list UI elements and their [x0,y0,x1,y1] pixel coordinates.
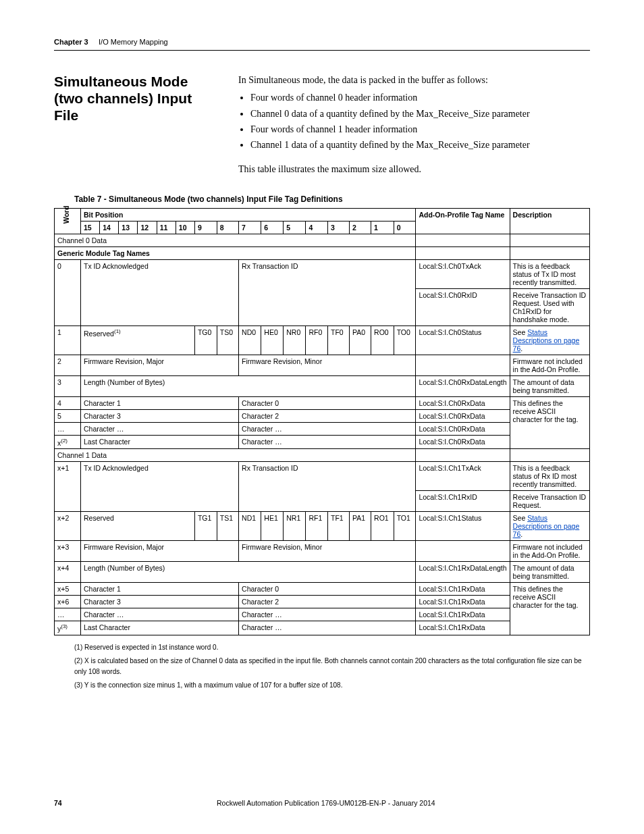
running-header: Chapter 3 I/O Memory Mapping [54,38,590,51]
tag-definitions-table: Word Bit Position Add-On-Profile Tag Nam… [54,208,590,635]
col-tag: Add-On-Profile Tag Name [416,208,510,234]
table-row: 1 Reserved(1) TG0 TS0 ND0 HE0 NR0 RF0 TF… [55,325,590,355]
bullet: Channel 1 data of a quantity defined by … [250,138,590,152]
page-number: 74 [54,799,62,807]
table-row: … Character … Character … Local:S:I.Ch1R… [55,608,590,621]
footnote: (1) Reserved is expected in 1st instance… [74,642,590,653]
table-caption: Table 7 - Simultaneous Mode (two channel… [74,194,590,204]
table-row: x+6 Character 3 Character 2 Local:S:I.Ch… [55,596,590,608]
section-generic: Generic Module Tag Names [55,246,590,259]
section-title: Simultaneous Mode (two channels) Input F… [54,74,219,177]
bullet: Four words of channel 0 header informati… [250,91,590,105]
intro-bullets: Four words of channel 0 header informati… [250,91,590,152]
section-channel0: Channel 0 Data [55,234,590,246]
table-row: 2 Firmware Revision, Major Firmware Revi… [55,355,590,375]
chapter-label: Chapter 3 [54,38,88,46]
table-row: 5 Character 3 Character 2 Local:S:I.Ch0R… [55,409,590,422]
footnote: (2) X is calculated based on the size of… [74,656,590,677]
table-row: x+5 Character 1 Character 0 Local:S:I.Ch… [55,583,590,596]
table-row: 4 Character 1 Character 0 Local:S:I.Ch0R… [55,396,590,409]
section-lead: Simultaneous Mode (two channels) Input F… [54,74,590,177]
table-row: 0 Tx ID Acknowledged Rx Transaction ID L… [55,259,590,288]
table-row: x+4 Length (Number of Bytes) Local:S:I.C… [55,562,590,583]
col-bit-position: Bit Position [81,208,416,221]
intro-text: In Simultaneous mode, the data is packed… [238,74,590,87]
table-row: x(2) Last Character Character … Local:S:… [55,435,590,449]
table-row: 3 Length (Number of Bytes) Local:S:I.Ch0… [55,375,590,396]
intro-tail: This table illustrates the maximum size … [238,163,590,176]
table-row: x+3 Firmware Revision, Major Firmware Re… [55,541,590,562]
col-desc: Description [510,208,589,234]
footnotes: (1) Reserved is expected in 1st instance… [74,642,590,691]
table-row: y(3) Last Character Character … Local:S:… [55,621,590,635]
footnote: (3) Y is the connection size minus 1, wi… [74,680,590,691]
page: Chapter 3 I/O Memory Mapping Simultaneou… [0,0,644,827]
section-channel1: Channel 1 Data [55,449,590,462]
table-row: … Character … Character … Local:S:I.Ch0R… [55,422,590,435]
col-word: Word [55,208,81,234]
bullet: Four words of channel 1 header informati… [250,123,590,136]
publication-id: Rockwell Automation Publication 1769-UM0… [217,799,435,807]
table-row: x+2 Reserved TG1 TS1 ND1 HE1 NR1 RF1 TF1… [55,512,590,541]
bullet: Channel 0 data of a quantity defined by … [250,107,590,121]
table-row: x+1 Tx ID Acknowledged Rx Transaction ID… [55,462,590,491]
page-footer: 74 Rockwell Automation Publication 1769-… [54,799,590,807]
chapter-title: I/O Memory Mapping [99,38,168,46]
header-row-1: Word Bit Position Add-On-Profile Tag Nam… [55,208,590,221]
section-intro: In Simultaneous mode, the data is packed… [238,74,590,177]
